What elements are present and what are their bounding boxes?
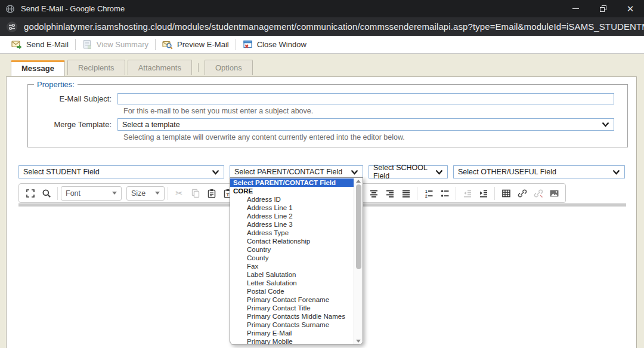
dropdown-option[interactable]: Letter Salutation xyxy=(230,279,354,287)
parent-contact-field-select[interactable]: Select PARENT/CONTACT Field xyxy=(230,165,363,178)
table-button[interactable] xyxy=(498,186,514,201)
unlink-button xyxy=(530,186,546,201)
dropdown-option[interactable]: County xyxy=(230,254,354,262)
subject-input[interactable] xyxy=(117,93,614,104)
site-controls-icon[interactable] xyxy=(6,21,18,33)
dropdown-option[interactable]: Primary Contacts Surname xyxy=(230,321,354,329)
send-email-button[interactable]: Send E-Mail xyxy=(5,38,75,52)
tab-attachments[interactable]: Attachments xyxy=(128,60,192,75)
close-button[interactable]: ✕ xyxy=(617,0,644,17)
minimize-button[interactable] xyxy=(562,0,589,17)
dropdown-option[interactable]: Address Type xyxy=(230,229,354,237)
size-combo[interactable]: Size xyxy=(126,186,165,201)
align-center-button[interactable] xyxy=(366,186,382,201)
dropdown-option[interactable]: Label Salutation xyxy=(230,270,354,279)
insert-link-button[interactable] xyxy=(514,186,530,201)
search-icon xyxy=(42,189,51,198)
dropdown-option[interactable]: Primary Mobile xyxy=(230,337,354,344)
close-window-label: Close Window xyxy=(257,40,306,49)
dropdown-option[interactable]: Address Line 1 xyxy=(230,204,354,212)
maximize-button[interactable] xyxy=(22,186,38,201)
editor-separator xyxy=(494,187,495,200)
unlink-icon xyxy=(534,189,543,198)
combo-arrow-icon xyxy=(112,192,117,195)
parent-contact-field-value: Select PARENT/CONTACT Field xyxy=(234,168,342,176)
outdent-button xyxy=(459,186,475,201)
find-button[interactable] xyxy=(38,186,54,201)
size-combo-label: Size xyxy=(131,189,145,198)
insert-image-button[interactable] xyxy=(546,186,562,201)
numbered-list-icon: 12 xyxy=(424,189,434,198)
chevron-down-icon xyxy=(351,170,358,175)
bullet-list-button[interactable] xyxy=(436,186,453,201)
tab-message[interactable]: Message xyxy=(11,60,65,76)
student-field-select[interactable]: Select STUDENT Field xyxy=(18,165,224,178)
dropdown-scrollbar[interactable] xyxy=(354,178,363,344)
preview-email-icon xyxy=(162,39,173,50)
dropdown-option[interactable]: Address ID xyxy=(230,195,354,204)
bullet-list-icon xyxy=(440,189,450,198)
tab-options[interactable]: Options xyxy=(205,60,253,75)
paste-button[interactable] xyxy=(203,186,219,201)
globe-icon xyxy=(5,4,15,14)
restore-icon xyxy=(600,5,606,12)
url-text[interactable]: godolphinlatymer.isamshosting.cloud/modu… xyxy=(24,21,644,32)
parent-contact-dropdown-panel: Select PARENT/CONTACT Field CORE Address… xyxy=(230,177,363,345)
table-icon xyxy=(501,189,511,198)
chevron-down-icon xyxy=(212,170,219,175)
copy-icon xyxy=(191,189,200,198)
align-right-button[interactable] xyxy=(382,186,398,201)
dropdown-option[interactable]: Fax xyxy=(230,262,354,270)
link-icon xyxy=(518,189,527,198)
scroll-up-icon[interactable] xyxy=(356,180,361,183)
dropdown-option[interactable]: Primary E-Mail xyxy=(230,329,354,337)
restore-button[interactable] xyxy=(589,0,617,17)
tab-recipients[interactable]: Recipients xyxy=(67,60,125,75)
dropdown-option[interactable]: CORE xyxy=(230,187,354,195)
dropdown-option[interactable]: Primary Contacts Middle Names xyxy=(230,312,354,321)
close-window-button[interactable]: Close Window xyxy=(236,38,313,52)
font-combo[interactable]: Font xyxy=(61,186,122,201)
preview-email-button[interactable]: Preview E-Mail xyxy=(156,38,236,52)
scroll-down-icon[interactable] xyxy=(356,340,361,343)
justify-icon xyxy=(401,189,411,198)
svg-text:1: 1 xyxy=(425,189,428,193)
send-email-icon xyxy=(11,39,22,50)
other-useful-field-value: Select OTHER/USEFUL Field xyxy=(458,168,556,176)
justify-button[interactable] xyxy=(398,186,414,201)
url-bar[interactable]: godolphinlatymer.isamshosting.cloud/modu… xyxy=(0,17,644,36)
dropdown-option[interactable]: Address Line 3 xyxy=(230,220,354,229)
scrollbar-thumb[interactable] xyxy=(356,184,361,269)
properties-legend: Properties: xyxy=(34,80,78,89)
dropdown-option[interactable]: Country xyxy=(230,245,354,254)
merge-template-select[interactable]: Select a template xyxy=(117,118,614,131)
close-window-icon xyxy=(243,39,253,50)
indent-button[interactable] xyxy=(475,186,491,201)
cut-icon: ✂ xyxy=(175,188,183,199)
school-field-value: Select SCHOOL Field xyxy=(373,164,431,180)
dropdown-option[interactable]: Postal Code xyxy=(230,287,354,295)
close-icon: ✕ xyxy=(627,4,634,13)
merge-fields-row: Select STUDENT Field Select PARENT/CONTA… xyxy=(18,165,625,178)
align-right-icon xyxy=(385,189,395,198)
minimize-icon xyxy=(572,8,579,9)
dropdown-option[interactable]: Contact Relationship xyxy=(230,237,354,245)
numbered-list-button[interactable]: 12 xyxy=(420,186,436,201)
email-action-toolbar: Send E-Mail View Summary Preview E-Mail … xyxy=(0,36,644,54)
other-useful-field-select[interactable]: Select OTHER/USEFUL Field xyxy=(453,165,625,178)
outdent-icon xyxy=(463,189,472,198)
svg-text:T: T xyxy=(226,192,229,197)
student-field-value: Select STUDENT Field xyxy=(23,168,100,176)
dropdown-option[interactable]: Primary Contact Title xyxy=(230,304,354,312)
tab-divider xyxy=(198,63,199,72)
school-field-select[interactable]: Select SCHOOL Field xyxy=(369,165,448,178)
editor-separator xyxy=(57,187,58,200)
send-email-label: Send E-Mail xyxy=(26,40,69,49)
properties-fieldset: Properties: E-Mail Subject: For this e-m… xyxy=(27,80,628,147)
copy-button xyxy=(187,186,203,201)
dropdown-option[interactable]: Select PARENT/CONTACT Field xyxy=(230,178,354,187)
dropdown-option[interactable]: Primary Contact Forename xyxy=(230,295,354,304)
combo-arrow-icon xyxy=(155,192,160,195)
chevron-down-icon xyxy=(602,122,609,127)
dropdown-option[interactable]: Address Line 2 xyxy=(230,212,354,220)
